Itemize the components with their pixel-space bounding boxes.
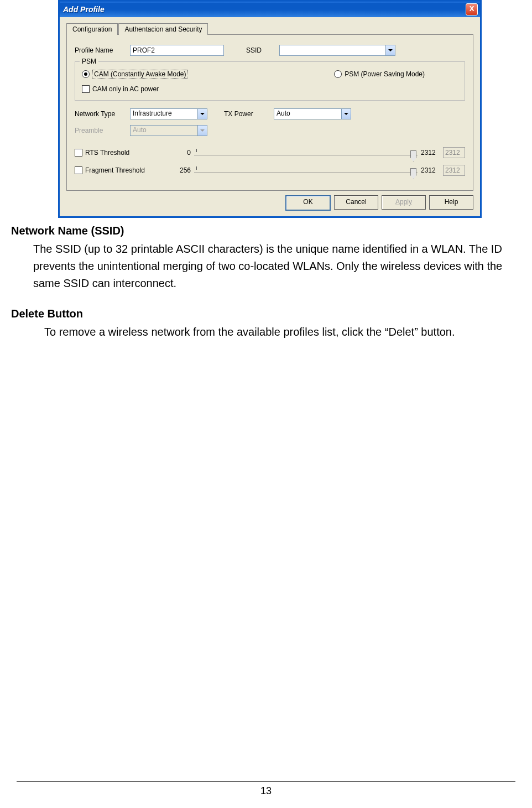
- frag-value: [443, 165, 465, 176]
- profile-name-label: Profile Name: [75, 46, 130, 54]
- cancel-button[interactable]: Cancel: [334, 195, 378, 210]
- checkbox-icon[interactable]: [75, 149, 82, 157]
- radio-cam[interactable]: CAM (Constantly Awake Mode): [82, 70, 188, 79]
- page-number: 13: [260, 785, 272, 796]
- radio-icon: [334, 70, 342, 78]
- rts-label: RTS Threshold: [85, 149, 129, 157]
- chevron-down-icon: [197, 126, 207, 135]
- chevron-down-icon[interactable]: [341, 109, 351, 119]
- document-body: Network Name (SSID) The SSID (up to 32 p…: [0, 222, 532, 341]
- window-title: Add Profile: [63, 5, 105, 14]
- rts-min: 0: [166, 149, 191, 157]
- titlebar[interactable]: Add Profile X: [60, 2, 480, 17]
- tab-configuration[interactable]: Configuration: [66, 23, 118, 35]
- network-type-label: Network Type: [75, 110, 130, 118]
- apply-button: Apply: [382, 195, 426, 210]
- psm-group-title: PSM: [80, 58, 98, 65]
- radio-psm[interactable]: PSM (Power Saving Mode): [334, 70, 425, 79]
- chevron-down-icon[interactable]: [197, 109, 207, 119]
- preamble-combo: Auto: [130, 125, 207, 136]
- radio-icon: [82, 70, 90, 78]
- frag-min: 256: [166, 166, 191, 174]
- tx-power-combo[interactable]: Auto: [274, 108, 351, 119]
- checkbox-cam-ac[interactable]: CAM only in AC power: [82, 85, 159, 93]
- psm-group: PSM CAM (Constantly Awake Mode) PSM (Pow…: [75, 61, 465, 101]
- ssid-combo[interactable]: [279, 45, 395, 56]
- tx-power-label: TX Power: [224, 110, 274, 118]
- rts-slider[interactable]: [194, 147, 418, 158]
- ssid-label: SSID: [246, 46, 279, 54]
- network-type-combo[interactable]: Infrastructure: [130, 108, 207, 119]
- close-icon[interactable]: X: [466, 3, 478, 15]
- heading-ssid: Network Name (SSID): [11, 222, 521, 239]
- paragraph-ssid: The SSID (up to 32 printable ASCII chara…: [33, 241, 521, 292]
- checkbox-icon[interactable]: [75, 166, 82, 174]
- frag-max: 2312: [421, 166, 443, 174]
- preamble-label: Preamble: [75, 127, 130, 134]
- frag-slider[interactable]: [194, 165, 418, 176]
- profile-name-input[interactable]: [130, 45, 224, 56]
- ok-button[interactable]: OK: [285, 195, 331, 211]
- add-profile-dialog: Add Profile X Configuration Authentacion…: [58, 0, 482, 218]
- chevron-down-icon[interactable]: [385, 45, 395, 55]
- checkbox-icon: [82, 85, 90, 93]
- rts-value: [443, 147, 465, 158]
- tab-auth-security[interactable]: Authentacion and Security: [118, 23, 208, 35]
- frag-label: Fragment Threshold: [85, 166, 145, 174]
- rts-max: 2312: [421, 149, 443, 157]
- heading-delete: Delete Button: [11, 305, 521, 322]
- slider-thumb-icon[interactable]: [410, 168, 416, 179]
- slider-thumb-icon[interactable]: [410, 150, 416, 161]
- paragraph-delete: To remove a wireless network from the av…: [44, 324, 521, 341]
- help-button[interactable]: Help: [429, 195, 473, 210]
- page-footer: 13: [17, 781, 515, 797]
